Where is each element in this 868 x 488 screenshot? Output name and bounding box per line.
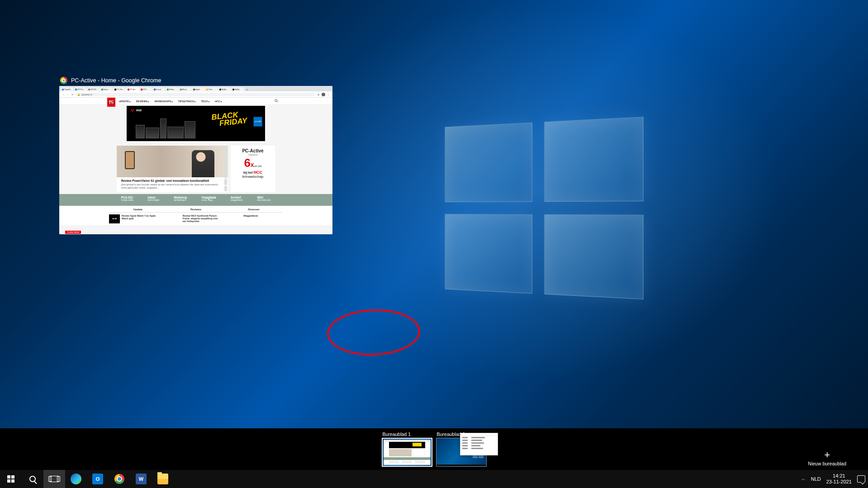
chrome-button[interactable] <box>109 470 130 488</box>
article-list: 10:09Review Apple Watch 7 en Apple Watch… <box>59 213 332 225</box>
start-button[interactable] <box>0 470 22 488</box>
explorer-window-preview <box>460 433 498 455</box>
svg-line-1 <box>277 101 278 102</box>
browser-tab: Webm <box>166 87 179 91</box>
column-header: Diversen <box>225 207 283 213</box>
window-preview-header: PC-Active - Home - Google Chrome <box>59 77 332 86</box>
system-tray: ︿ NLD 14:21 23-11-2021 <box>801 473 868 484</box>
msi-banner: msi BLACK FRIDAY intel CORE <box>127 106 265 141</box>
search-icon <box>275 99 278 103</box>
browser-tab: How-t <box>100 87 113 91</box>
hero-title: Review PowerVision S1 gimbal: veel innov… <box>121 179 223 182</box>
window-preview-body: PagefileHP PrinWL500How-tCC SecPC-ActHCC… <box>59 86 332 234</box>
tray-overflow-button[interactable]: ︿ <box>801 476 806 482</box>
task-view-icon <box>50 476 59 482</box>
chrome-icon <box>114 474 124 484</box>
column-header: Reviews <box>167 207 225 213</box>
tab-label: HP Prin <box>77 88 84 90</box>
tab-label: CC Sec <box>117 88 123 90</box>
browser-tabstrip: PagefileHP PrinWL500How-tCC SecPC-ActHCC… <box>59 86 332 91</box>
tab-label: Pagefile <box>64 88 71 90</box>
green-nav-bar: PCA 321huidige editieInboxlezersvragenWe… <box>59 194 332 206</box>
tab-favicon <box>114 89 116 90</box>
word-icon: W <box>136 474 147 484</box>
browser-tab: CC Sec <box>114 87 126 91</box>
new-desktop-button[interactable]: + Nieuw bureaublad <box>808 450 846 466</box>
browser-tab: PC-Act <box>127 87 139 91</box>
browser-tab: WL500 <box>87 87 100 91</box>
list-item: 10:09Review Apple Watch 7 en Apple Watch… <box>109 214 161 223</box>
vd-thumbnail <box>436 438 487 467</box>
pc-active-logo: PC ACTIVE <box>107 98 115 107</box>
msi-brand: msi <box>130 109 142 112</box>
reload-icon: ⟳ <box>71 93 74 96</box>
site-content: PC ACTIVE UPDATEREVIEWSWORKSHOPSTIPS&TRU… <box>59 98 332 234</box>
forward-icon: → <box>66 93 69 96</box>
outlook-icon: O <box>92 474 103 484</box>
edge-button[interactable] <box>65 470 87 488</box>
black-friday-text: BLACK FRIDAY <box>211 110 248 128</box>
browser-tab: HCC <box>140 87 152 91</box>
tab-favicon <box>167 89 169 90</box>
site-nav-item: UPDATE <box>119 100 131 103</box>
tab-label: HCC <box>143 88 147 90</box>
article-thumb: 10:09 <box>109 214 120 223</box>
virtual-desktop-2[interactable]: Bureaublad 2 <box>436 431 487 467</box>
time: 14:21 <box>826 473 852 479</box>
tab-favicon <box>219 89 221 90</box>
plus-icon: + <box>808 450 846 460</box>
browser-tab: Tech <box>205 87 218 91</box>
site-nav-item: REVIEWS <box>136 100 149 103</box>
tab-label: MyAct <box>222 88 227 90</box>
greenbar-item: PCA 321huidige editie <box>121 196 133 204</box>
tab-favicon <box>88 89 90 90</box>
window-preview-chrome[interactable]: PC-Active - Home - Google Chrome Pagefil… <box>59 77 332 234</box>
language-indicator[interactable]: NLD <box>811 476 821 482</box>
tab-favicon <box>141 89 142 90</box>
search-icon <box>29 476 36 482</box>
file-explorer-icon <box>157 474 168 484</box>
virtual-desktop-1[interactable]: Bureaublad 1 <box>382 431 432 467</box>
window-title: PC-Active - Home - Google Chrome <box>71 77 161 84</box>
vd-thumbnail <box>382 438 432 467</box>
greenbar-item: Vraagbaakstel je vraag <box>201 196 216 204</box>
hero-article: Review PowerVision S1 gimbal: veel innov… <box>117 146 228 192</box>
tab-favicon <box>101 89 103 90</box>
tab-label: Apple <box>195 88 200 90</box>
hero-image <box>117 146 228 177</box>
browser-tab: Maak <box>179 87 192 91</box>
article-title: Weggeefactie <box>243 214 258 223</box>
tab-label: How-t <box>104 88 108 90</box>
greenbar-item: Archiefweggeefactie <box>231 196 243 204</box>
browser-address-bar: ← → ⟳ 🔒 pcactive.nl ✿ ⋮ <box>59 91 332 98</box>
browser-tab: HP Prin <box>74 87 87 91</box>
task-view-button[interactable] <box>43 470 65 488</box>
explorer-button[interactable] <box>152 470 174 488</box>
word-button[interactable]: W <box>130 470 152 488</box>
new-tab-icon: + <box>245 88 249 91</box>
task-view-overlay[interactable] <box>0 0 868 488</box>
search-button[interactable] <box>22 470 43 488</box>
tab-favicon <box>206 89 208 90</box>
tab-favicon <box>232 89 234 90</box>
tab-label: WL500 <box>90 88 96 90</box>
clock[interactable]: 14:21 23-11-2021 <box>826 473 852 484</box>
article-title: Review IKEA Symfonisk Picture Frame: ele… <box>183 214 222 223</box>
edge-icon <box>71 474 81 484</box>
tab-favicon <box>75 89 77 90</box>
list-item: Review IKEA Symfonisk Picture Frame: ele… <box>170 214 222 223</box>
profile-icon <box>322 93 325 96</box>
tab-label: PC-Act <box>130 88 136 90</box>
site-nav-item: HCC <box>215 100 222 103</box>
action-center-icon[interactable] <box>857 475 865 483</box>
browser-tab: Pagefile <box>61 87 74 91</box>
greenbar-item: Win!elke week prijs <box>257 196 270 204</box>
cookie-button: Cookie beleid <box>65 231 81 234</box>
outlook-button[interactable]: O <box>87 470 109 488</box>
virtual-desktops-bar: Bureaublad 1 Bureaublad 2 <box>0 428 868 470</box>
tab-label: Maak <box>182 88 187 90</box>
windows-icon <box>7 475 14 483</box>
column-headers: UpdateReviewsDiversen <box>59 206 332 213</box>
browser-tab: Apple <box>192 87 205 91</box>
tab-label: Webm <box>169 88 174 90</box>
